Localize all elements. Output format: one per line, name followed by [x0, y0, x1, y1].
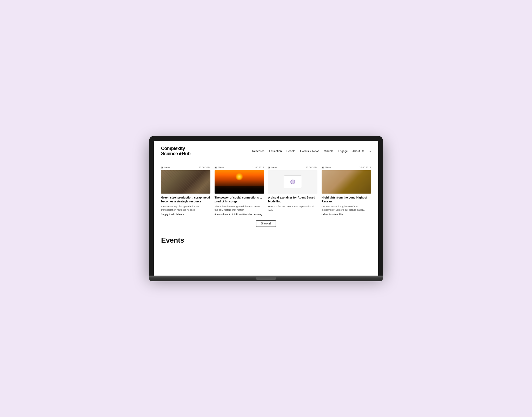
- news-icon-4: ▣: [322, 166, 324, 169]
- card1-title: Green steel production: scrap metal beco…: [161, 196, 210, 203]
- card2-meta: ▣ News 11.06.2024: [215, 166, 264, 169]
- nav-events-news[interactable]: Events & News: [300, 149, 320, 153]
- site-header: Complexity Science★Hub Research Educatio…: [154, 141, 378, 161]
- card2-desc: The artist's fame or genre influence are…: [215, 205, 264, 212]
- search-icon[interactable]: ⌕: [369, 149, 371, 153]
- nav-people[interactable]: People: [287, 149, 295, 153]
- card1-desc: A restructuring of supply chains and tra…: [161, 205, 210, 212]
- laptop-notch: [256, 277, 276, 280]
- card1-type: ▣ News: [161, 166, 170, 169]
- main-nav: Research Education People Events & News …: [252, 149, 371, 153]
- card4-date: 28.05.2024: [359, 166, 371, 169]
- events-title: Events: [161, 236, 371, 244]
- card3-image: [268, 170, 317, 194]
- card3-type: ▣ News: [268, 166, 277, 169]
- card1-date: 20.06.2024: [199, 166, 210, 169]
- card4-title: Highlights from the Long Night of Resear…: [322, 196, 371, 203]
- news-icon-3: ▣: [268, 166, 270, 169]
- logo-line2: Science★Hub: [161, 151, 191, 156]
- news-card-2[interactable]: ▣ News 11.06.2024 The power of social co…: [215, 166, 264, 216]
- card1-meta: ▣ News 20.06.2024: [161, 166, 210, 169]
- news-section: ▣ News 20.06.2024 Green steel production…: [154, 161, 378, 232]
- event-image: [322, 170, 371, 194]
- card2-title: The power of social connections to predi…: [215, 196, 264, 203]
- card2-tag: Foundations, AI & Efficient Machine Lear…: [215, 213, 264, 216]
- card3-title: A visual explainer for Agent-Based Model…: [268, 196, 317, 203]
- card4-desc: Curious to catch a glimpse of the excite…: [322, 205, 371, 212]
- events-section: Events: [154, 232, 378, 251]
- nav-education[interactable]: Education: [269, 149, 282, 153]
- nav-visuals[interactable]: Visuals: [324, 149, 333, 153]
- news-grid: ▣ News 20.06.2024 Green steel production…: [161, 166, 371, 216]
- card4-tag: Urban Sustainability: [322, 213, 371, 216]
- card4-meta: ▣ News 28.05.2024: [322, 166, 371, 169]
- site-logo[interactable]: Complexity Science★Hub: [161, 146, 191, 156]
- news-icon-2: ▣: [215, 166, 217, 169]
- concert-image: [215, 170, 264, 194]
- card3-desc: Here's a fun and interactive explanation…: [268, 205, 317, 212]
- abm-circle: [290, 180, 295, 184]
- card2-type: ▣ News: [215, 166, 224, 169]
- steel-image: [161, 170, 210, 194]
- show-all-container: Show all: [161, 220, 371, 227]
- news-card-1[interactable]: ▣ News 20.06.2024 Green steel production…: [161, 166, 210, 216]
- browser-window: Complexity Science★Hub Research Educatio…: [154, 141, 378, 276]
- card2-image: [215, 170, 264, 194]
- abm-image: [268, 170, 317, 194]
- card4-image: [322, 170, 371, 194]
- news-card-4[interactable]: ▣ News 28.05.2024 Highlights from the Lo…: [322, 166, 371, 216]
- card3-date: 10.06.2024: [306, 166, 317, 169]
- card3-meta: ▣ News 10.06.2024: [268, 166, 317, 169]
- laptop-frame: Complexity Science★Hub Research Educatio…: [149, 136, 383, 281]
- card2-date: 11.06.2024: [252, 166, 264, 169]
- nav-about-us[interactable]: About Us: [353, 149, 364, 153]
- card1-tag: Supply Chain Science: [161, 213, 210, 216]
- logo-star: ★: [178, 151, 182, 156]
- nav-engage[interactable]: Engage: [338, 149, 348, 153]
- logo-line1: Complexity: [161, 146, 191, 151]
- card4-type: ▣ News: [322, 166, 331, 169]
- laptop-base: [149, 276, 383, 281]
- news-icon-1: ▣: [161, 166, 163, 169]
- news-card-3[interactable]: ▣ News 10.06.2024 A v: [268, 166, 317, 216]
- show-all-button[interactable]: Show all: [256, 220, 276, 227]
- card1-image: [161, 170, 210, 194]
- screen-bezel: Complexity Science★Hub Research Educatio…: [149, 136, 383, 276]
- abm-diagram: [284, 175, 302, 188]
- nav-research[interactable]: Research: [252, 149, 264, 153]
